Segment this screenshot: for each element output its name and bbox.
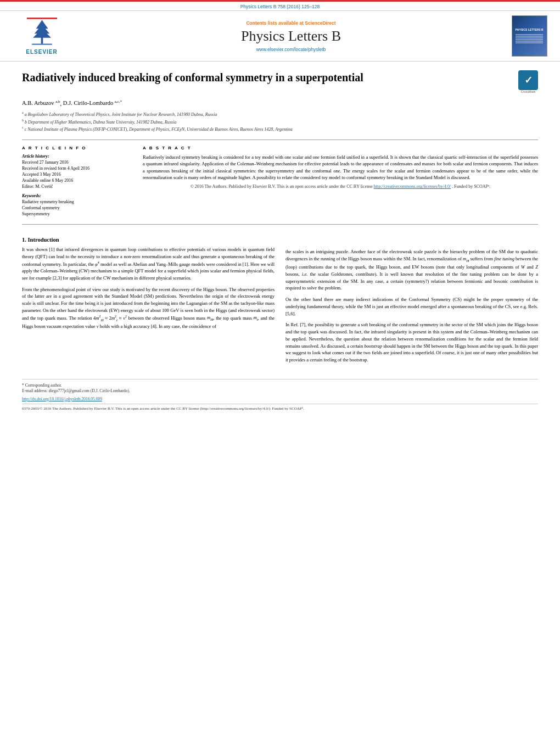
authors: A.B. Arbuzov a,b, D.J. Cirilo-Lombardo a… [22,99,538,107]
email-note: E-mail address: diego777jcl@gmail.com (D… [22,388,538,394]
available-date: Available online 6 May 2016 [22,178,132,183]
crossmark-icon: ✓ [518,70,538,90]
received-date: Received 27 January 2016 [22,160,132,165]
doi-link[interactable]: http://dx.doi.org/10.1016/j.physletb.201… [22,397,538,401]
keywords-section: Keywords: Radiative symmetry breaking Co… [22,193,132,216]
affiliation-b: b b Department of Higher Mathematics, Du… [22,118,538,126]
abstract-text: Radiatively induced symmetry breaking is… [143,154,538,181]
corresponding-author-note: * Corresponding author. [22,383,538,389]
section-1-heading: 1. Introduction [22,237,275,243]
crossmark-badge[interactable]: ✓ CrossMark [518,70,538,94]
intro-para-1: It was shown [1] that infrared divergenc… [22,246,275,282]
sciencedirect-name: ScienceDirect [305,20,335,26]
svg-rect-6 [32,43,52,44]
author-cirilo: D.J. Cirilo-Lombardo a,c,* [63,100,122,106]
cover-lines [516,34,543,44]
journal-ref: Physics Letters B 758 (2016) 125–128 [240,4,320,9]
affiliations: a a Bogoliubov Laboratory of Theoretical… [22,110,538,133]
col-left: 1. Introduction It was shown [1] that in… [22,230,275,368]
section-divider [22,140,538,140]
journal-cover-image: PHYSICS LETTERS B [507,15,551,57]
affiliation-c: c c National Institute of Plasma Physics… [22,125,538,133]
article-info: A R T I C L E I N F O Article history: R… [22,146,132,217]
section-divider-2 [22,224,538,225]
journal-name: Physics Letters B [81,28,501,44]
footnote-section: * Corresponding author. E-mail address: … [22,379,538,401]
intro-para-4: On the other hand there are many indirec… [285,296,538,317]
elsevier-text: ELSEVIER [26,49,57,55]
article-title-section: Radiatively induced breaking of conforma… [22,70,538,94]
col-right: the scales is an intriguing puzzle. Anot… [285,230,538,368]
keyword-3: Supersymmetry [22,211,132,216]
journal-cover: PHYSICS LETTERS B [512,15,547,57]
keyword-2: Conformal symmetry [22,205,132,210]
intro-para-3: the scales is an intriguing puzzle. Anot… [285,248,538,292]
article-info-title: A R T I C L E I N F O [22,146,132,150]
intro-para-2: From the phenomenological point of view … [22,286,275,330]
cover-title: PHYSICS LETTERS B [515,28,543,32]
author-arbuzov: A.B. Arbuzov a,b [22,100,60,106]
intro-para-5: In Ref. [7], the possibility to generate… [285,321,538,364]
crossmark-label: CrossMark [521,90,536,94]
journal-banner: ELSEVIER Contents lists available at Sci… [0,10,560,62]
two-col-body: 1. Introduction It was shown [1] that in… [22,230,538,368]
main-content: Radiatively induced breaking of conforma… [0,62,560,421]
col-right-spacer [285,230,538,248]
revised-date: Received in revised form 4 April 2016 [22,166,132,171]
elsevier-tree-icon [27,18,57,48]
abstract-title: A B S T R A C T [143,146,538,150]
keyword-1: Radiative symmetry breaking [22,199,132,204]
elsevier-logo-section: ELSEVIER [9,18,75,55]
svg-rect-1 [27,18,57,19]
license-link[interactable]: http://creativecommons.org/licenses/by/4… [374,184,451,189]
journal-header: Physics Letters B 758 (2016) 125–128 [0,0,560,10]
keywords-title: Keywords: [22,193,132,198]
info-abstract-section: A R T I C L E I N F O Article history: R… [22,146,538,217]
accepted-date: Accepted 3 May 2016 [22,172,132,177]
bottom-bar: 0370-2693/© 2016 The Authors. Published … [22,404,538,412]
article-title: Radiatively induced breaking of conforma… [22,70,363,85]
banner-center: Contents lists available at ScienceDirec… [81,20,501,52]
bottom-text: 0370-2693/© 2016 The Authors. Published … [22,406,538,412]
affiliation-a: a a Bogoliubov Laboratory of Theoretical… [22,110,538,118]
journal-website[interactable]: www.elsevier.com/locate/physletb [81,47,501,52]
abstract-copyright: © 2016 The Authors. Published by Elsevie… [143,184,538,189]
svg-rect-2 [41,36,43,43]
elsevier-logo: ELSEVIER [26,18,57,55]
sciencedirect-label: Contents lists available at ScienceDirec… [81,20,501,26]
abstract-section: A B S T R A C T Radiatively induced symm… [143,146,538,217]
article-history-title: Article history: [22,154,132,159]
editor: Editor: M. Cvetič [22,184,132,189]
